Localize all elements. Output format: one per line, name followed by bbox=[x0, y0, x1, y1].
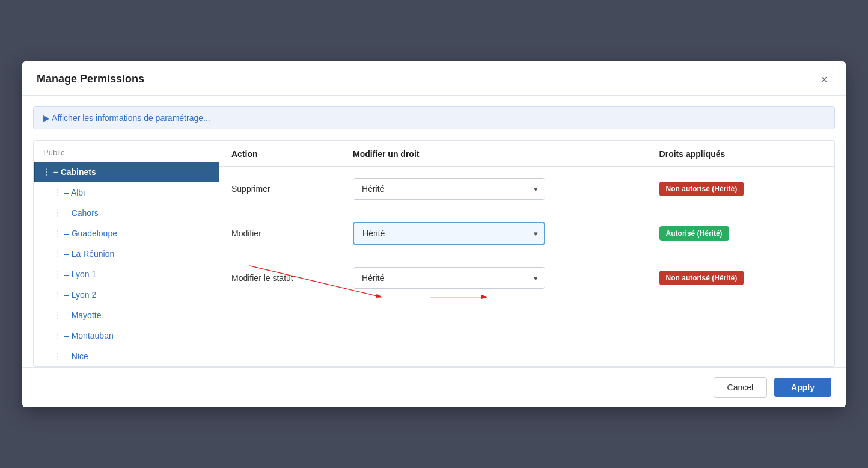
drag-handle-icon: ⋮ bbox=[53, 291, 61, 299]
select-wrapper-modifier: Hérité Autorisé Non autorisé ▾ bbox=[353, 222, 545, 245]
modal-header: Manage Permissions × bbox=[22, 61, 846, 96]
close-button[interactable]: × bbox=[817, 72, 831, 87]
drag-handle-icon: ⋮ bbox=[53, 229, 61, 238]
sidebar-item-cabinets[interactable]: ⋮ – Cabinets bbox=[34, 162, 219, 182]
sidebar-item-label-lyon1: – Lyon 1 bbox=[64, 269, 96, 279]
main-panel: Action Modifier un droit Droits appliqué… bbox=[219, 140, 835, 367]
sidebar-item-reunion[interactable]: ⋮ – La Réunion bbox=[44, 244, 219, 264]
action-cell: Supprimer bbox=[219, 167, 341, 211]
apply-button[interactable]: Apply bbox=[774, 378, 831, 397]
cancel-button[interactable]: Cancel bbox=[714, 377, 768, 398]
sidebar-item-label-mayotte: – Mayotte bbox=[64, 310, 101, 320]
modal-footer: Cancel Apply bbox=[22, 367, 846, 407]
modal-overlay: Manage Permissions × ▶ Afficher les info… bbox=[0, 0, 868, 468]
sidebar-item-label-montauban: – Montauban bbox=[64, 331, 114, 340]
sidebar-section-title: Public bbox=[34, 141, 219, 162]
sidebar-item-label-albi: – Albi bbox=[64, 188, 85, 197]
drag-handle-icon: ⋮ bbox=[53, 250, 61, 258]
table-row: Modifier le statut Hérité Autorisé Non a… bbox=[219, 256, 834, 300]
badge-cell: Non autorisé (Hérité) bbox=[647, 256, 834, 300]
sidebar-item-label-lyon2: – Lyon 2 bbox=[64, 290, 96, 300]
badge-cell: Non autorisé (Hérité) bbox=[647, 167, 834, 211]
table-row: Supprimer Hérité Autorisé Non autorisé bbox=[219, 167, 834, 211]
drag-handle-icon: ⋮ bbox=[43, 168, 50, 176]
sidebar-item-mayotte[interactable]: ⋮ – Mayotte bbox=[44, 305, 219, 325]
action-cell: Modifier bbox=[219, 211, 341, 256]
select-cell: Hérité Autorisé Non autorisé ▾ bbox=[341, 167, 647, 211]
sidebar-subitems: ⋮ – Albi ⋮ – Cahors ⋮ – Guadeloupe ⋮ bbox=[34, 182, 219, 366]
drag-handle-icon: ⋮ bbox=[53, 311, 61, 319]
status-badge: Non autorisé (Hérité) bbox=[659, 271, 744, 285]
table-row: Modifier Hérité Autorisé Non autorisé bbox=[219, 211, 834, 256]
sidebar-item-cahors[interactable]: ⋮ – Cahors bbox=[44, 203, 219, 223]
sidebar-item-label-cahors: – Cahors bbox=[64, 208, 99, 218]
sidebar-item-nice[interactable]: ⋮ – Nice bbox=[44, 346, 219, 366]
select-cell: Hérité Autorisé Non autorisé ▾ bbox=[341, 211, 647, 256]
sidebar-item-lyon2[interactable]: ⋮ – Lyon 2 bbox=[44, 285, 219, 305]
sidebar-item-lyon1[interactable]: ⋮ – Lyon 1 bbox=[44, 264, 219, 285]
sidebar-item-label-guadeloupe: – Guadeloupe bbox=[64, 229, 117, 238]
drag-handle-icon: ⋮ bbox=[53, 331, 61, 340]
select-cell: Hérité Autorisé Non autorisé ▾ bbox=[341, 256, 647, 300]
modal-body: ▶ Afficher les informations de paramétra… bbox=[22, 96, 846, 367]
manage-permissions-modal: Manage Permissions × ▶ Afficher les info… bbox=[22, 61, 846, 407]
sidebar-item-label-reunion: – La Réunion bbox=[64, 249, 114, 259]
drag-handle-icon: ⋮ bbox=[53, 209, 61, 217]
sidebar-item-guadeloupe[interactable]: ⋮ – Guadeloupe bbox=[44, 223, 219, 244]
modal-title: Manage Permissions bbox=[37, 73, 144, 85]
drag-handle-icon: ⋮ bbox=[53, 188, 61, 197]
drag-handle-icon: ⋮ bbox=[53, 352, 61, 360]
select-modifier[interactable]: Hérité Autorisé Non autorisé bbox=[353, 222, 545, 245]
info-banner-text: ▶ Afficher les informations de paramétra… bbox=[43, 113, 210, 123]
sidebar-item-montauban[interactable]: ⋮ – Montauban bbox=[44, 325, 219, 346]
select-supprimer[interactable]: Hérité Autorisé Non autorisé bbox=[353, 178, 545, 200]
col-header-droits: Droits appliqués bbox=[647, 141, 834, 167]
col-header-action: Action bbox=[219, 141, 341, 167]
sidebar-item-albi[interactable]: ⋮ – Albi bbox=[44, 182, 219, 203]
select-wrapper-supprimer: Hérité Autorisé Non autorisé ▾ bbox=[353, 178, 545, 200]
col-header-modifier: Modifier un droit bbox=[341, 141, 647, 167]
select-statut[interactable]: Hérité Autorisé Non autorisé bbox=[353, 267, 545, 289]
status-badge: Non autorisé (Hérité) bbox=[659, 182, 744, 196]
info-banner[interactable]: ▶ Afficher les informations de paramétra… bbox=[33, 106, 835, 129]
status-badge: Autorisé (Hérité) bbox=[659, 226, 729, 241]
select-wrapper-statut: Hérité Autorisé Non autorisé ▾ bbox=[353, 267, 545, 289]
sidebar-item-label-cabinets: – Cabinets bbox=[53, 167, 96, 177]
permissions-table: Action Modifier un droit Droits appliqué… bbox=[219, 141, 834, 300]
content-area: Public ⋮ – Cabinets ⋮ – Albi ⋮ bbox=[33, 140, 835, 367]
badge-cell: Autorisé (Hérité) bbox=[647, 211, 834, 256]
sidebar-item-label-nice: – Nice bbox=[64, 351, 88, 361]
sidebar: Public ⋮ – Cabinets ⋮ – Albi ⋮ bbox=[33, 140, 219, 367]
drag-handle-icon: ⋮ bbox=[53, 270, 61, 279]
action-cell: Modifier le statut bbox=[219, 256, 341, 300]
